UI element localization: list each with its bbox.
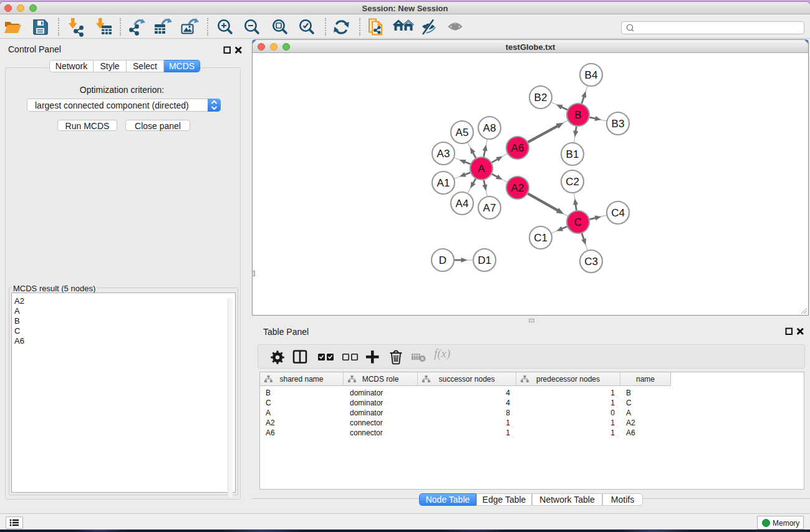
svg-text:C2: C2 [566,176,579,188]
svg-text:B2: B2 [534,92,547,104]
svg-text:A: A [478,163,485,175]
svg-text:A4: A4 [456,198,469,210]
svg-text:C1: C1 [534,232,547,244]
svg-text:C4: C4 [611,207,625,219]
svg-text:C3: C3 [584,256,598,268]
svg-text:A8: A8 [483,122,496,134]
svg-text:A7: A7 [483,202,496,214]
svg-text:B1: B1 [566,148,579,160]
svg-text:B4: B4 [585,69,598,81]
svg-text:C: C [574,216,582,228]
svg-text:A3: A3 [437,148,450,160]
svg-text:A2: A2 [511,182,524,194]
svg-text:A5: A5 [456,127,469,138]
svg-text:A6: A6 [511,142,524,154]
svg-text:B: B [574,109,581,121]
svg-text:D: D [439,254,446,266]
svg-text:B3: B3 [612,118,625,130]
svg-text:D1: D1 [478,254,491,266]
svg-text:A1: A1 [437,177,450,189]
